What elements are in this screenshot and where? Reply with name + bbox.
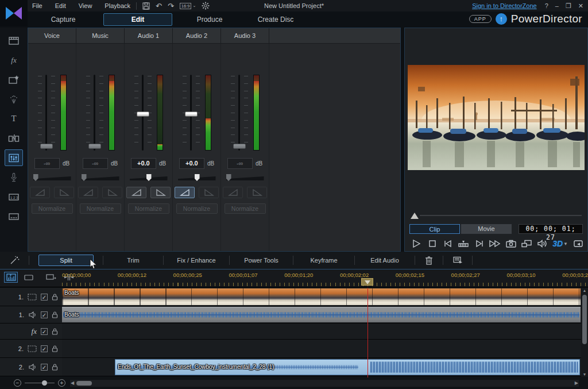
preview-tab-clip[interactable]: Clip [409, 224, 460, 234]
title-room-icon[interactable]: T [5, 110, 23, 127]
scroll-right-icon[interactable]: ▶ [575, 380, 578, 386]
track-lock-icon[interactable] [52, 328, 58, 335]
fade-out-button[interactable] [199, 187, 219, 198]
play-button[interactable] [409, 237, 423, 250]
normalize-button[interactable]: Normalize [80, 203, 121, 214]
3d-mode-button[interactable]: 3D▼ [551, 237, 570, 250]
effect-room-icon[interactable]: fx [5, 52, 23, 68]
range-select-icon[interactable] [452, 256, 463, 265]
playhead-handle[interactable] [361, 278, 373, 286]
track-lock-icon[interactable] [52, 345, 58, 352]
media-room-icon[interactable] [5, 32, 23, 49]
maximize-button[interactable]: ❒ [566, 2, 571, 10]
track-lock-icon[interactable] [52, 311, 58, 318]
fade-out-button[interactable] [102, 187, 122, 198]
undock-preview-button[interactable] [571, 237, 585, 250]
tab-capture[interactable]: Capture [34, 14, 92, 25]
track-header-audio1[interactable]: 1. ✓ [0, 306, 62, 323]
fade-out-button[interactable] [150, 187, 171, 198]
settings-gear-icon[interactable] [202, 2, 210, 10]
preview-seek-track[interactable] [420, 215, 582, 216]
scroll-left-icon[interactable]: ◀ [71, 380, 74, 386]
redo-icon[interactable]: ↷ [168, 2, 174, 10]
upgrade-icon[interactable]: ↑ [496, 13, 507, 25]
fader-knob[interactable] [137, 111, 149, 117]
preview-window-button[interactable] [520, 237, 533, 250]
fader-knob[interactable] [40, 144, 53, 149]
volume-button[interactable] [535, 237, 549, 250]
timeline-ruler[interactable]: 00;00;00;0000;00;00;1200;00;00;2500;00;0… [0, 269, 588, 287]
close-button[interactable]: ✕ [578, 2, 583, 10]
menu-edit[interactable]: Edit [55, 2, 66, 9]
video-clip-boats[interactable]: Boats [62, 288, 581, 305]
pan-slider[interactable] [130, 174, 168, 182]
save-icon[interactable] [142, 2, 150, 10]
next-frame-button[interactable] [473, 237, 486, 250]
volume-fader[interactable] [231, 75, 248, 151]
particle-room-icon[interactable] [5, 91, 23, 107]
gain-value[interactable]: +0.0 [131, 158, 156, 169]
fade-in-button[interactable] [175, 187, 195, 198]
fade-out-button[interactable] [54, 187, 74, 198]
track-enable-checkbox[interactable]: ✓ [41, 345, 48, 352]
magic-wand-icon[interactable] [9, 256, 20, 265]
normalize-button[interactable]: Normalize [176, 203, 218, 214]
pan-slider[interactable] [82, 174, 119, 182]
normalize-button[interactable]: Normalize [225, 203, 266, 214]
audio-clip-music[interactable]: Ends_Of_The_Earth_Sunset_Cowboy_instrume… [115, 359, 580, 375]
subtitle-room-icon[interactable] [5, 208, 23, 225]
voice-over-room-icon[interactable] [5, 169, 23, 186]
split-button[interactable]: Split [38, 255, 94, 266]
pip-objects-room-icon[interactable] [5, 71, 23, 88]
transition-room-icon[interactable] [5, 130, 23, 147]
menu-file[interactable]: File [32, 2, 42, 9]
minimize-button[interactable]: – [555, 2, 559, 10]
preview-seek-handle[interactable] [411, 213, 419, 219]
track-enable-checkbox[interactable]: ✓ [41, 364, 48, 371]
volume-fader[interactable] [38, 75, 55, 151]
normalize-button[interactable]: Normalize [128, 203, 169, 214]
timeline-view-icon[interactable] [4, 272, 18, 283]
track-header-video1[interactable]: 1. ✓ [0, 288, 62, 306]
vscroll-thumb[interactable] [582, 295, 587, 344]
horizontal-scrollbar[interactable]: ◀ ▶ [70, 380, 579, 387]
lane-audio1[interactable]: Boats [62, 306, 581, 323]
help-button[interactable]: ? [545, 2, 548, 10]
track-enable-checkbox[interactable]: ✓ [41, 328, 48, 335]
track-enable-checkbox[interactable]: ✓ [41, 294, 48, 301]
scroll-up-icon[interactable]: ▲ [581, 288, 588, 294]
volume-fader[interactable] [86, 75, 103, 151]
stop-button[interactable] [425, 237, 439, 250]
playhead-line[interactable] [368, 288, 368, 378]
zoom-slider-handle[interactable] [42, 380, 47, 386]
fader-knob[interactable] [185, 111, 198, 117]
fader-knob[interactable] [88, 144, 101, 149]
fade-out-button[interactable] [247, 187, 267, 198]
track-header-fx[interactable]: fx ✓ [0, 323, 62, 340]
volume-fader[interactable] [134, 75, 152, 151]
hscroll-thumb[interactable] [76, 381, 92, 386]
lane-video2[interactable] [62, 340, 581, 358]
lane-video1[interactable]: Boats [62, 288, 581, 306]
gain-value[interactable]: -∞ [34, 158, 60, 169]
lane-audio2[interactable]: Ends_Of_The_Earth_Sunset_Cowboy_instrume… [62, 358, 581, 376]
storyboard-view-icon[interactable] [22, 272, 36, 283]
lane-fx[interactable] [62, 323, 581, 340]
fade-in-button[interactable] [126, 187, 146, 198]
tab-edit[interactable]: Edit [103, 13, 172, 26]
track-lock-icon[interactable] [52, 363, 58, 371]
keyframe-button[interactable]: Keyframe [301, 255, 346, 265]
vertical-scrollbar[interactable]: ▲ ▼ [581, 288, 588, 378]
gain-value[interactable]: -∞ [83, 158, 108, 169]
menu-view[interactable]: View [79, 2, 92, 9]
preview-tab-movie[interactable]: Movie [461, 224, 512, 234]
audio-mixing-room-icon[interactable] [5, 149, 23, 166]
timeline-zoom-slider[interactable] [25, 379, 55, 387]
volume-fader[interactable] [183, 75, 200, 151]
snapshot-button[interactable] [504, 237, 517, 250]
normalize-button[interactable]: Normalize [32, 203, 73, 214]
tab-create-disc[interactable]: Create Disc [244, 14, 307, 25]
fast-forward-button[interactable] [488, 237, 502, 250]
track-header-video2[interactable]: 2. ✓ [0, 340, 62, 358]
tab-produce[interactable]: Produce [181, 14, 238, 25]
